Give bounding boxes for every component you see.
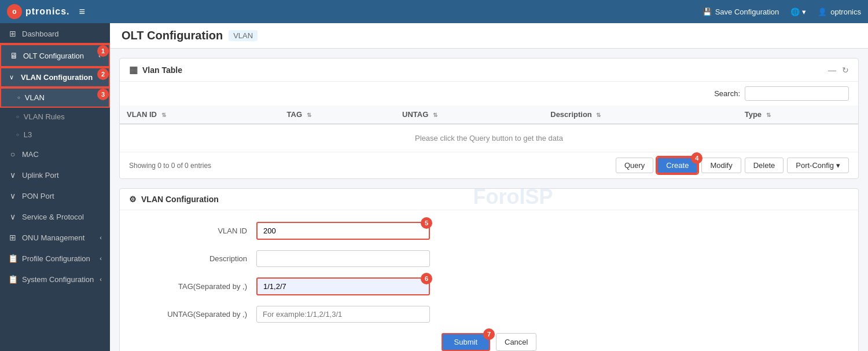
- card-header: ▦ Vlan Table — ↻: [120, 58, 858, 82]
- sidebar-label-l3: L3: [24, 130, 32, 139]
- sidebar: ⊞ Dashboard 🖥 OLT Configuration ‹ 1 ∨ VL…: [0, 23, 110, 351]
- sidebar-item-vlan[interactable]: ○ VLAN: [0, 87, 110, 108]
- sidebar-item-pon-port[interactable]: ∨ PON Port: [0, 185, 110, 206]
- sort-icon-tag: ⇅: [307, 112, 311, 118]
- sidebar-label-dashboard: Dashboard: [22, 30, 102, 38]
- sidebar-item-system-config[interactable]: 📋 System Configuration ‹: [0, 269, 110, 290]
- onu-arrow-icon: ‹: [100, 234, 102, 241]
- table-empty-message: Please click the Query button to get the…: [120, 124, 858, 152]
- mac-icon: ○: [8, 149, 17, 159]
- modify-button[interactable]: Modify: [701, 158, 741, 173]
- save-icon: 💾: [703, 8, 712, 16]
- form-row-description: Description: [143, 250, 835, 267]
- uplink-icon: ∨: [8, 170, 17, 180]
- annotation-badge-2: 2: [97, 68, 109, 80]
- col-vlan-id: VLAN ID ⇅: [120, 105, 280, 124]
- globe-icon: 🌐: [790, 8, 800, 16]
- save-config-button[interactable]: 💾 Save Configuration: [703, 8, 779, 16]
- vlan-form-card: ⚙ VLAN Configuration VLAN ID 5 Descripti…: [119, 188, 859, 351]
- sidebar-label-profile-config: Profile Configuration: [22, 254, 95, 263]
- form-row-untag: UNTAG(Separated by ,): [143, 306, 835, 323]
- table-icon: ▦: [129, 64, 138, 75]
- profile-arrow-icon: ‹: [100, 255, 102, 262]
- table-body: Please click the Query button to get the…: [120, 124, 858, 152]
- annotation-badge-6: 6: [421, 273, 432, 284]
- table-empty-row: Please click the Query button to get the…: [120, 124, 858, 152]
- dot-icon: ○: [17, 95, 20, 100]
- vlan-id-input[interactable]: [256, 222, 430, 240]
- search-label: Search:: [714, 89, 740, 98]
- sidebar-item-vlan-config[interactable]: ∨ VLAN Configuration: [0, 67, 110, 87]
- vlan-table: VLAN ID ⇅ TAG ⇅ UNTAG ⇅ Description ⇅ Ty…: [120, 105, 858, 152]
- form-card-title: VLAN Configuration: [141, 195, 219, 204]
- sidebar-item-profile-config[interactable]: 📋 Profile Configuration ‹: [0, 248, 110, 269]
- minimize-icon[interactable]: —: [828, 65, 836, 75]
- query-button[interactable]: Query: [616, 158, 653, 173]
- vlan-id-label: VLAN ID: [143, 226, 247, 235]
- annotation-badge-1: 1: [97, 45, 109, 57]
- col-tag: TAG ⇅: [280, 105, 396, 124]
- form-card-header: ⚙ VLAN Configuration: [120, 189, 858, 210]
- description-input[interactable]: [256, 250, 430, 267]
- sidebar-label-onu-management: ONU Management: [22, 233, 95, 242]
- annotation-badge-4: 4: [691, 152, 703, 164]
- table-toolbar: Search:: [120, 82, 858, 105]
- chevron-down-icon: ∨: [9, 74, 14, 81]
- sidebar-item-olt-config[interactable]: 🖥 OLT Configuration ‹: [0, 44, 110, 67]
- untag-input[interactable]: [256, 306, 430, 323]
- sidebar-item-l3[interactable]: ○ L3: [0, 126, 110, 144]
- search-input[interactable]: [745, 86, 849, 101]
- navbar: o ptronics. ≡ 💾 Save Configuration 🌐 ▾ 👤…: [0, 0, 868, 23]
- system-arrow-icon: ‹: [100, 276, 102, 283]
- hamburger-button[interactable]: ≡: [79, 6, 86, 18]
- delete-button[interactable]: Delete: [745, 158, 784, 173]
- port-config-button[interactable]: Port-Config ▾: [787, 158, 849, 173]
- logo-icon: o: [7, 4, 22, 19]
- form-actions: Submit 7 Cancel: [143, 333, 835, 351]
- sidebar-item-dashboard[interactable]: ⊞ Dashboard: [0, 23, 110, 44]
- sidebar-item-service-protocol[interactable]: ∨ Service & Protocol: [0, 206, 110, 227]
- user-menu[interactable]: 👤 optronics: [818, 8, 861, 16]
- sidebar-label-service-protocol: Service & Protocol: [22, 213, 102, 221]
- form-row-vlan-id: VLAN ID 5: [143, 222, 835, 240]
- tag-input[interactable]: [256, 277, 430, 295]
- content-inner: ForoISP OLT Configuration VLAN ▦ Vlan Ta…: [110, 23, 868, 351]
- sidebar-label-pon-port: PON Port: [22, 192, 102, 200]
- user-icon: 👤: [818, 8, 827, 16]
- sort-icon-untag: ⇅: [433, 112, 437, 118]
- sidebar-item-uplink-port[interactable]: ∨ Uplink Port: [0, 164, 110, 185]
- annotation-badge-5: 5: [421, 217, 432, 229]
- lang-arrow: ▾: [802, 8, 806, 16]
- action-buttons: Query Create 4 Modify Delete Port-Config…: [616, 157, 849, 174]
- tag-label: TAG(Separated by ,): [143, 282, 247, 291]
- sidebar-label-vlan: VLAN: [25, 93, 45, 102]
- monitor-icon: 🖥: [9, 51, 19, 60]
- table-footer: Showing 0 to 0 of 0 entries Query Create…: [120, 152, 858, 178]
- profile-icon: 📋: [8, 254, 17, 263]
- sidebar-label-system-config: System Configuration: [22, 275, 95, 284]
- page-subtitle: VLAN: [229, 30, 258, 41]
- user-label: optronics: [830, 8, 861, 16]
- onu-icon: ⊞: [8, 233, 17, 242]
- page-title: OLT Configuration: [122, 29, 223, 42]
- sidebar-item-mac[interactable]: ○ MAC: [0, 144, 110, 164]
- sidebar-item-onu-management[interactable]: ⊞ ONU Management ‹: [0, 227, 110, 248]
- annotation-badge-7: 7: [483, 328, 495, 340]
- cancel-button[interactable]: Cancel: [496, 333, 536, 351]
- sidebar-item-vlan-rules[interactable]: ○ VLAN Rules: [0, 108, 110, 126]
- refresh-icon[interactable]: ↻: [842, 65, 849, 75]
- table-wrapper: VLAN ID ⇅ TAG ⇅ UNTAG ⇅ Description ⇅ Ty…: [120, 105, 858, 152]
- language-selector[interactable]: 🌐 ▾: [790, 8, 806, 16]
- untag-label: UNTAG(Separated by ,): [143, 310, 247, 319]
- navbar-right: 💾 Save Configuration 🌐 ▾ 👤 optronics: [703, 8, 861, 16]
- description-label: Description: [143, 254, 247, 263]
- sidebar-label-vlan-config: VLAN Configuration: [21, 73, 93, 82]
- port-config-label: Port-Config: [796, 161, 834, 170]
- service-icon: ∨: [8, 212, 17, 221]
- sort-icon-vlan-id: ⇅: [161, 112, 166, 118]
- system-icon: 📋: [8, 275, 17, 284]
- dot-icon-l3: ○: [16, 132, 19, 137]
- form-body: VLAN ID 5 Description TAG(Separated by ,…: [120, 210, 858, 351]
- col-description: Description ⇅: [543, 105, 737, 124]
- submit-button[interactable]: Submit: [442, 333, 490, 351]
